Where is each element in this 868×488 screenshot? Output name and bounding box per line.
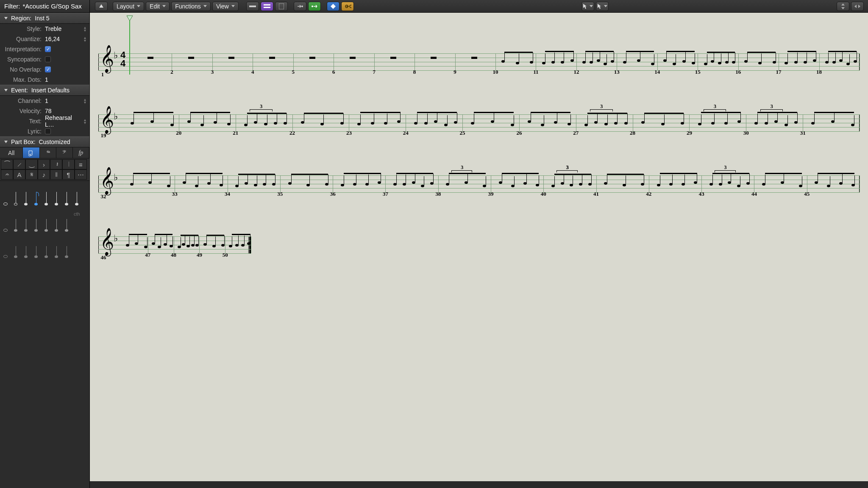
svg-rect-2 [264, 7, 270, 8]
cmd-click-tool[interactable] [596, 2, 609, 11]
region-section-header[interactable]: Region: Inst 5 [0, 13, 89, 24]
sixtyfourth-note[interactable] [64, 192, 70, 205]
catch-playhead-button[interactable] [327, 2, 339, 11]
filter-label: Filter: [4, 3, 20, 10]
quarter-note[interactable] [23, 192, 29, 205]
barlines-2 [98, 114, 860, 131]
style-row[interactable]: Style: Treble ▴▾ [0, 24, 89, 34]
symbol-repeat[interactable]: ⦀ [50, 169, 62, 180]
syncopation-row[interactable]: Syncopation: [0, 54, 89, 64]
note-duration-palette: cth [0, 181, 89, 262]
checkbox-on-icon[interactable]: ✓ [45, 46, 51, 52]
functions-menu[interactable]: Functions [171, 2, 211, 11]
triplet-sixteenth[interactable] [43, 246, 49, 258]
symbol-slur[interactable]: ‿ [25, 159, 38, 169]
measure-number: 46 [101, 254, 106, 261]
partbox-tab-dynamics[interactable]: fp [73, 147, 89, 158]
barlines-3 [98, 175, 860, 192]
symbol-grace[interactable]: ♪ [38, 169, 50, 180]
maxdots-row[interactable]: Max. Dots: 1 [0, 75, 89, 85]
partbox-section-header[interactable]: Part Box: Customized [0, 136, 89, 147]
midi-group [293, 0, 322, 12]
triplet-32[interactable] [53, 246, 59, 258]
symbol-gliss[interactable]: ⟋ [13, 159, 25, 169]
symbol-text[interactable]: A [13, 169, 25, 180]
quantize-row[interactable]: Quantize: 16,24 ▴▾ [0, 34, 89, 44]
symbol-custom[interactable]: ⋯ [75, 169, 87, 180]
eighth-note[interactable] [33, 192, 39, 205]
triplet-64[interactable] [64, 246, 70, 258]
stepper-icon[interactable]: ▴▾ [84, 118, 86, 124]
staff-system-1: 𝄞 ♭ 4 4 1 23456789101112131415161718 [98, 48, 860, 75]
link-button[interactable] [341, 2, 354, 11]
symbol-measure[interactable]: ¶ [62, 169, 75, 180]
dotted-quarter[interactable] [23, 219, 29, 232]
partbox-tab-pedal[interactable]: 𝆮 [40, 147, 56, 158]
stepper-icon[interactable]: ▴▾ [84, 26, 86, 32]
triplet-quarter[interactable] [23, 246, 29, 258]
playhead-marker[interactable] [126, 15, 133, 21]
chevron-down-icon [231, 5, 235, 7]
triplet-whole[interactable] [3, 255, 8, 258]
nooverlap-row[interactable]: No Overlap: ✓ [0, 64, 89, 75]
horizontal-zoom[interactable] [851, 2, 864, 11]
symbol-segno[interactable]: 𝄋 [25, 169, 38, 180]
filter-value: *Acoustic G/Sop Sax [23, 3, 82, 10]
partbox-tab-clef[interactable]: 𝄢 [56, 147, 73, 158]
dotted-sixteenth[interactable] [43, 219, 49, 232]
chevron-down-icon [590, 5, 593, 7]
triplet-eighth[interactable] [33, 246, 39, 258]
view-menu[interactable]: View [212, 2, 239, 11]
midi-in-button[interactable] [294, 2, 306, 11]
whole-note[interactable] [3, 202, 8, 205]
stepper-icon[interactable]: ▴▾ [84, 36, 86, 42]
svg-rect-3 [279, 3, 284, 9]
score-editor[interactable]: 𝄞 ♭ 4 4 1 23456789101112131415161718 𝄞 ♭… [90, 13, 868, 488]
symbol-accent[interactable]: › [38, 159, 50, 169]
symbol-fermata[interactable]: 𝄐 [1, 169, 13, 180]
linear-view-button[interactable] [246, 2, 259, 11]
inspector-panel: Region: Inst 5 Style: Treble ▴▾ Quantize… [0, 13, 90, 488]
tool-select-group [581, 0, 609, 12]
checkbox-on-icon[interactable]: ✓ [45, 67, 51, 72]
dotted-half[interactable] [13, 219, 19, 232]
barlines-4 [98, 236, 251, 253]
symbol-tie[interactable]: ⁀ [1, 159, 13, 169]
one28th-note[interactable] [74, 192, 80, 205]
staff-system-3: 𝄞 ♭ 3333 32 33343536373839404142434445 [98, 170, 860, 197]
partbox-tab-all[interactable]: All [0, 147, 23, 158]
zoom-group [836, 0, 865, 12]
checkbox-off-icon[interactable] [45, 128, 51, 134]
interpretation-row[interactable]: Interpretation: ✓ [0, 44, 89, 54]
edit-menu[interactable]: Edit [146, 2, 170, 11]
sixteenth-note[interactable] [43, 192, 49, 205]
symbol-rest[interactable]: 𝄽 [50, 159, 62, 169]
stepper-icon[interactable]: ▴▾ [84, 98, 86, 104]
staff-system-4: 𝄞 ♭ 46 47484950 [98, 231, 251, 258]
wrapped-view-button[interactable] [261, 2, 273, 11]
left-click-tool[interactable] [581, 2, 594, 11]
text-row[interactable]: Text: Rehearsal L… ▴▾ [0, 116, 89, 126]
symbol-barline[interactable]: 𝄀 [62, 159, 75, 169]
layout-menu[interactable]: Layout [113, 2, 144, 11]
disclosure-triangle-icon [4, 141, 8, 143]
event-section-header[interactable]: Event: Insert Defaults [0, 85, 89, 96]
channel-row[interactable]: Channel: 1 ▴▾ [0, 96, 89, 106]
filter-field[interactable]: Filter: *Acoustic G/Sop Sax [0, 0, 90, 12]
dotted-32[interactable] [53, 219, 59, 232]
half-note[interactable] [13, 192, 19, 205]
thirtysecond-note[interactable] [53, 192, 59, 205]
chevron-down-icon [604, 5, 607, 7]
vertical-zoom[interactable] [837, 2, 849, 11]
checkbox-off-icon[interactable] [45, 56, 51, 62]
page-view-button[interactable] [275, 2, 288, 11]
dotted-eighth[interactable] [33, 219, 39, 232]
midi-out-button[interactable] [308, 2, 321, 11]
symbol-tremolo[interactable]: ≡ [75, 159, 87, 169]
hierarchy-up-button[interactable] [95, 2, 108, 11]
dotted-whole[interactable] [3, 229, 8, 232]
measure-number: 19 [101, 132, 106, 139]
triplet-half[interactable] [13, 246, 19, 258]
dotted-64[interactable] [64, 219, 70, 232]
partbox-tab-notes[interactable] [23, 147, 39, 158]
